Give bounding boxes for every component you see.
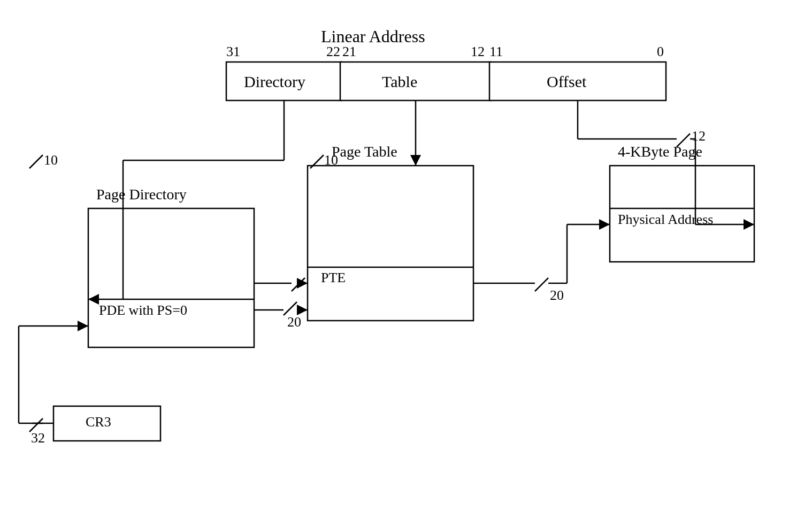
bit31: 31 <box>226 44 240 60</box>
physical-address-label: Physical Address <box>618 212 713 228</box>
page-table-title: Page Table <box>332 143 397 160</box>
bits10-tbl: 10 <box>324 152 338 168</box>
table-label: Table <box>382 73 417 91</box>
svg-marker-15 <box>410 155 421 166</box>
page-directory-title: Page Directory <box>96 186 187 203</box>
svg-marker-36 <box>744 219 754 230</box>
directory-label: Directory <box>244 73 305 91</box>
svg-rect-5 <box>308 166 473 321</box>
bits20-pte: 20 <box>550 288 564 304</box>
svg-rect-3 <box>88 208 254 347</box>
diagram: Linear Address 31 22 21 12 11 0 Director… <box>0 0 812 505</box>
svg-line-43 <box>29 155 43 168</box>
bit21: 21 <box>342 44 356 60</box>
svg-line-21 <box>292 278 305 291</box>
offset-label: Offset <box>547 73 586 91</box>
svg-line-25 <box>535 278 548 291</box>
svg-line-17 <box>284 302 297 315</box>
bits12: 12 <box>692 128 706 144</box>
bit22: 22 <box>326 44 340 60</box>
svg-marker-29 <box>599 219 610 230</box>
svg-marker-19 <box>297 305 308 315</box>
bits32: 32 <box>31 430 45 446</box>
bits20-pde: 20 <box>287 314 301 330</box>
bit11: 11 <box>489 44 503 60</box>
svg-marker-13 <box>88 294 99 305</box>
bits10-dir: 10 <box>44 152 58 168</box>
svg-marker-42 <box>78 321 88 331</box>
pte-label: PTE <box>321 270 346 286</box>
bit12: 12 <box>471 44 485 60</box>
pde-label: PDE with PS=0 <box>99 302 187 318</box>
bit0: 0 <box>657 44 664 60</box>
four-kbyte-page-title: 4-KByte Page <box>618 143 702 160</box>
cr3-label: CR3 <box>86 414 111 430</box>
svg-marker-23 <box>297 278 308 289</box>
svg-line-44 <box>310 155 324 168</box>
